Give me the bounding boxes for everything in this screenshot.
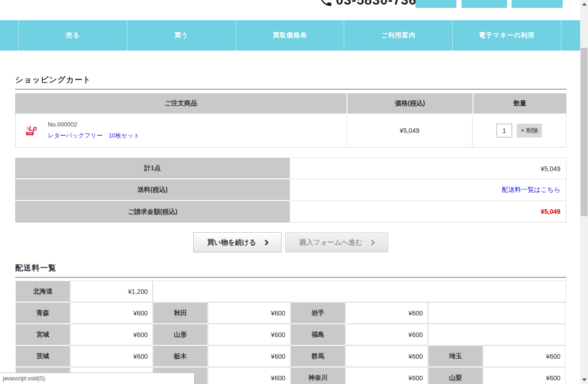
nav-item-emoney[interactable]: 電子マネーの利用 xyxy=(452,20,561,51)
delete-button[interactable]: × 削除 xyxy=(517,124,542,138)
nav-label: 買取価格表 xyxy=(272,31,307,40)
nav-label: 電子マネーの利用 xyxy=(479,31,535,40)
scroll-down-icon[interactable] xyxy=(582,378,587,381)
shipping-fee-label: 送料(税込) xyxy=(15,179,290,201)
nav-label: 買う xyxy=(174,31,188,40)
fee-cell: ¥600 xyxy=(70,324,153,345)
proceed-purchase-label: 購入フォームへ進む xyxy=(300,238,363,247)
nav-item-buy[interactable]: 買う xyxy=(127,20,236,51)
cart-actions: 買い物を続ける 購入フォームへ進む xyxy=(15,232,566,252)
prefecture-cell: 神奈川 xyxy=(290,367,346,384)
prefecture-cell: 北海道 xyxy=(15,281,70,302)
close-icon: × xyxy=(521,127,525,134)
column-header-quantity: 数量 xyxy=(473,93,566,114)
prefecture-cell: 青森 xyxy=(15,302,70,324)
prefecture-cell: 茨城 xyxy=(15,345,70,367)
scrollbar-thumb[interactable] xyxy=(581,48,588,216)
fee-cell: ¥600 xyxy=(483,367,565,384)
cart-page-title: ショッピングカート xyxy=(15,75,566,90)
fee-cell: ¥600 xyxy=(208,345,290,367)
fee-cell: ¥600 xyxy=(346,302,428,324)
fee-cell: ¥600 xyxy=(70,302,153,324)
table-row: 青森 ¥600 秋田 ¥600 岩手 ¥600 xyxy=(15,302,566,324)
fee-cell: ¥600 xyxy=(208,324,290,345)
fee-cell: ¥1,200 xyxy=(70,281,153,302)
empty-cell xyxy=(428,324,565,345)
proceed-purchase-button[interactable]: 購入フォームへ進む xyxy=(285,232,388,252)
summary-row-shipping: 送料(税込) 配送料一覧はこちら xyxy=(15,179,566,201)
prefecture-cell: 山梨 xyxy=(428,367,483,384)
continue-shopping-button[interactable]: 買い物を続ける xyxy=(193,232,282,252)
product-cell: Lp 510 No.000002 レターパックフリー 10枚セット xyxy=(16,114,346,147)
billing-amount-label: ご請求金額(税込) xyxy=(15,201,290,223)
column-header-product: ご注文商品 xyxy=(15,93,346,114)
summary-row-total: 計1点 ¥5,049 xyxy=(15,158,566,179)
product-price: ¥5,049 xyxy=(346,114,473,147)
product-thumbnail[interactable]: Lp 510 xyxy=(26,124,38,137)
total-items-value: ¥5,049 xyxy=(290,158,566,179)
fee-cell: ¥600 xyxy=(346,324,428,345)
prefecture-cell: 群馬 xyxy=(290,345,346,367)
shipping-fee-list-link[interactable]: 配送料一覧はこちら xyxy=(290,179,566,201)
fee-cell: ¥600 xyxy=(346,367,428,384)
scroll-up-icon[interactable] xyxy=(582,3,587,6)
chevron-right-icon xyxy=(369,240,375,246)
cart-table: ご注文商品 価格(税込) 数量 Lp 510 No.000002 レターパックフ… xyxy=(15,93,566,148)
column-header-price: 価格(税込) xyxy=(346,93,473,114)
prefecture-cell: 岩手 xyxy=(290,302,346,324)
nav-item-price-list[interactable]: 買取価格表 xyxy=(236,20,344,51)
empty-cell xyxy=(153,281,566,302)
prefecture-cell: 秋田 xyxy=(153,302,208,324)
table-row: 茨城 ¥600 栃木 ¥600 群馬 ¥600 埼玉 ¥600 xyxy=(15,345,566,367)
total-items-label: 計1点 xyxy=(15,158,290,179)
vertical-scrollbar[interactable] xyxy=(580,0,588,384)
top-button-1[interactable] xyxy=(415,0,456,8)
fee-cell: ¥600 xyxy=(208,302,290,324)
cart-summary: 計1点 ¥5,049 送料(税込) 配送料一覧はこちら ご請求金額(税込) ¥5… xyxy=(15,158,566,223)
table-row: 北海道 ¥1,200 xyxy=(15,281,566,302)
page: 03-5830-7366 売る 買う 買取価格表 ご利用案内 電子マネーの利用 … xyxy=(0,0,588,384)
shipping-list-title: 配送料一覧 xyxy=(15,263,566,278)
fee-cell: ¥600 xyxy=(208,367,290,384)
top-bar: 03-5830-7366 xyxy=(0,0,580,20)
product-text: No.000002 レターパックフリー 10枚セット xyxy=(48,121,140,140)
nav-item-guide[interactable]: ご利用案内 xyxy=(344,20,452,51)
letterpack-logo: Lp xyxy=(29,125,37,132)
prefecture-cell: 埼玉 xyxy=(428,345,483,367)
phone-number: 03-5830-7366 xyxy=(336,0,425,8)
nav-label: 売る xyxy=(66,31,80,40)
cart-item-row: Lp 510 No.000002 レターパックフリー 10枚セット ¥5,049… xyxy=(15,114,566,148)
top-button-2[interactable] xyxy=(461,0,507,8)
letterpack-510-strip: 510 xyxy=(26,132,34,135)
shipping-fee-table: 北海道 ¥1,200 青森 ¥600 秋田 ¥600 岩手 ¥600 宮城 ¥6… xyxy=(15,281,566,384)
prefecture-cell: 宮城 xyxy=(15,324,70,345)
fee-cell: ¥600 xyxy=(483,345,565,367)
prefecture-cell: 福島 xyxy=(290,324,346,345)
fee-cell: ¥600 xyxy=(346,345,428,367)
fee-cell: ¥600 xyxy=(70,345,153,367)
phone-icon xyxy=(318,0,333,8)
main-nav: 売る 買う 買取価格表 ご利用案内 電子マネーの利用 xyxy=(0,20,580,51)
product-name-link[interactable]: レターパックフリー 10枚セット xyxy=(48,132,140,140)
quantity-cell: × 削除 xyxy=(472,114,566,147)
nav-items: 売る 買う 買取価格表 ご利用案内 電子マネーの利用 xyxy=(18,20,561,51)
product-number: No.000002 xyxy=(48,121,140,128)
delete-button-label: 削除 xyxy=(526,126,538,135)
billing-amount-value: ¥5,049 xyxy=(290,201,566,223)
summary-row-billing: ご請求金額(税込) ¥5,049 xyxy=(15,201,566,223)
empty-cell xyxy=(428,302,565,324)
quantity-input[interactable] xyxy=(496,124,512,138)
status-bar-link-tooltip: javascript:void(0); xyxy=(0,373,195,384)
nav-label: ご利用案内 xyxy=(381,31,415,40)
top-button-3[interactable] xyxy=(512,0,563,8)
nav-item-sell[interactable]: 売る xyxy=(18,20,127,51)
continue-shopping-label: 買い物を続ける xyxy=(207,238,256,247)
table-row: 宮城 ¥600 山形 ¥600 福島 ¥600 xyxy=(15,324,566,345)
chevron-right-icon xyxy=(263,240,269,246)
phone-contact: 03-5830-7366 xyxy=(318,0,425,8)
prefecture-cell: 山形 xyxy=(153,324,208,345)
cart-table-header: ご注文商品 価格(税込) 数量 xyxy=(15,93,566,114)
prefecture-cell: 栃木 xyxy=(153,345,208,367)
